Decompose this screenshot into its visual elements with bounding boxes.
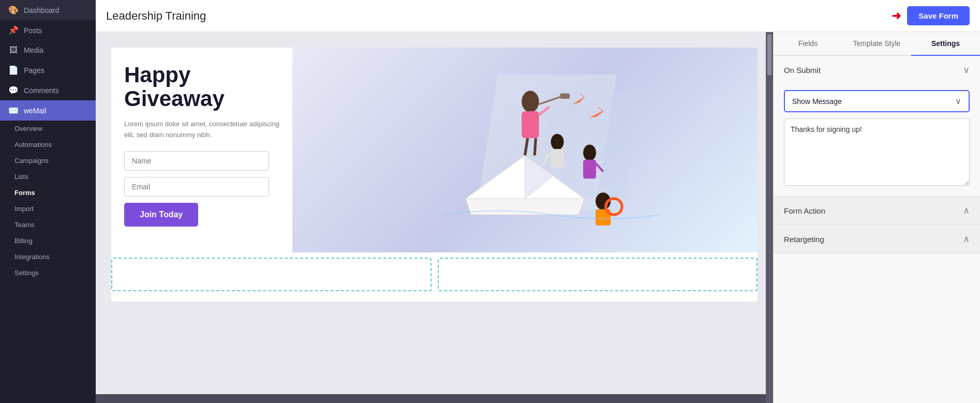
sidebar-item-posts[interactable]: 📌 Posts — [0, 20, 96, 40]
svg-point-16 — [583, 145, 596, 161]
on-submit-section: On Submit ∨ Show Message ∨ — [774, 56, 980, 197]
sidebar-sub-billing[interactable]: Billing — [0, 233, 96, 249]
tab-template-style[interactable]: Template Style — [842, 32, 911, 56]
page-title: Leadership Training — [106, 9, 206, 23]
email-input[interactable] — [124, 177, 269, 197]
form-action-section: Form Action ∧ — [774, 197, 980, 225]
form-left: Happy Giveaway Lorem ipsum dolor sit ame… — [111, 48, 292, 252]
svg-rect-17 — [583, 160, 596, 178]
extra-field-box-2 — [438, 258, 758, 291]
sidebar-item-label: Posts — [24, 26, 42, 35]
sidebar-sub-import[interactable]: Import — [0, 201, 96, 217]
sidebar-item-media[interactable]: 🖼 Media — [0, 40, 96, 60]
retargeting-section: Retargeting ∧ — [774, 225, 980, 253]
sidebar-sub-teams[interactable]: Teams — [0, 217, 96, 233]
scrollbar-thumb — [767, 34, 771, 76]
form-preview-container: Happy Giveaway Lorem ipsum dolor sit ame… — [96, 32, 773, 394]
dashboard-icon: 🎨 — [8, 5, 19, 15]
sidebar: 🎨 Dashboard 📌 Posts 🖼 Media 📄 Pages 💬 Co… — [0, 0, 96, 403]
form-action-header[interactable]: Form Action ∧ — [774, 197, 980, 225]
settings-panel: Fields Template Style Settings On Submit… — [773, 32, 980, 403]
svg-line-11 — [534, 138, 536, 155]
sidebar-sub-campaigns[interactable]: Campaigns — [0, 153, 96, 169]
sidebar-item-label: Pages — [24, 66, 44, 74]
svg-marker-2 — [466, 199, 584, 215]
form-description: Lorem ipsum dolor sit amet, consectetuer… — [124, 119, 279, 141]
illustration-bg — [292, 48, 758, 252]
arrow-indicator: ➜ — [892, 9, 901, 23]
submit-button[interactable]: Join Today — [124, 203, 198, 227]
sidebar-sub-lists[interactable]: Lists — [0, 169, 96, 185]
sidebar-item-pages[interactable]: 📄 Pages — [0, 60, 96, 80]
show-message-dropdown[interactable]: Show Message ∨ — [784, 90, 970, 112]
svg-rect-13 — [551, 149, 564, 168]
sidebar-item-comments[interactable]: 💬 Comments — [0, 80, 96, 100]
sidebar-sub-automations[interactable]: Automations — [0, 137, 96, 153]
form-card-inner: Happy Giveaway Lorem ipsum dolor sit ame… — [111, 48, 758, 252]
sidebar-item-wemail[interactable]: ✉️ weMail — [0, 100, 96, 121]
tab-fields[interactable]: Fields — [774, 32, 842, 56]
header-right: ➜ Save Form — [892, 6, 970, 25]
extra-field-box-1 — [111, 258, 432, 291]
form-right — [292, 48, 758, 252]
retargeting-header[interactable]: Retargeting ∧ — [774, 225, 980, 253]
media-icon: 🖼 — [8, 46, 19, 55]
sidebar-item-label: Dashboard — [24, 6, 60, 14]
sidebar-item-label: weMail — [24, 107, 47, 115]
sidebar-sub-integrations[interactable]: Integrations — [0, 249, 96, 265]
svg-rect-8 — [560, 94, 570, 99]
sidebar-sub-settings[interactable]: Settings — [0, 265, 96, 281]
form-card: Happy Giveaway Lorem ipsum dolor sit ame… — [111, 48, 758, 302]
sidebar-sub-forms[interactable]: Forms — [0, 185, 96, 201]
on-submit-label: On Submit — [784, 66, 821, 74]
save-form-button[interactable]: Save Form — [907, 6, 970, 25]
on-submit-chevron: ∨ — [963, 64, 970, 76]
sidebar-item-dashboard[interactable]: 🎨 Dashboard — [0, 0, 96, 20]
main-area: Leadership Training ➜ Save Form Happy — [96, 0, 980, 403]
posts-icon: 📌 — [8, 25, 19, 35]
panel-tabs: Fields Template Style Settings — [774, 32, 980, 56]
retargeting-chevron: ∧ — [963, 233, 970, 245]
dropdown-chevron-icon: ∨ — [955, 96, 961, 106]
message-textarea[interactable] — [784, 118, 970, 186]
on-submit-header[interactable]: On Submit ∨ — [774, 56, 980, 84]
extra-fields-row — [111, 258, 758, 302]
preview-panel: Happy Giveaway Lorem ipsum dolor sit ame… — [96, 32, 773, 403]
name-input[interactable] — [124, 151, 269, 171]
sidebar-item-label: Comments — [24, 86, 59, 95]
form-action-chevron: ∧ — [963, 205, 970, 216]
sidebar-item-label: Media — [24, 46, 43, 54]
form-title: Happy Giveaway — [124, 63, 279, 111]
form-canvas: Happy Giveaway Lorem ipsum dolor sit ame… — [96, 32, 773, 394]
svg-point-12 — [551, 134, 564, 150]
form-action-label: Form Action — [784, 206, 825, 215]
sidebar-sub-overview[interactable]: Overview — [0, 121, 96, 137]
header: Leadership Training ➜ Save Form — [96, 0, 980, 32]
svg-rect-6 — [522, 111, 539, 138]
wemail-icon: ✉️ — [8, 106, 19, 115]
tab-settings[interactable]: Settings — [911, 32, 980, 56]
svg-point-5 — [522, 91, 539, 112]
content-area: Happy Giveaway Lorem ipsum dolor sit ame… — [96, 32, 980, 403]
on-submit-content: Show Message ∨ — [774, 84, 980, 196]
preview-scrollbar[interactable] — [766, 32, 773, 403]
comments-icon: 💬 — [8, 85, 19, 95]
dropdown-value: Show Message — [792, 97, 842, 106]
illustration-svg — [292, 48, 758, 252]
pages-icon: 📄 — [8, 65, 19, 75]
retargeting-label: Retargeting — [784, 235, 824, 244]
